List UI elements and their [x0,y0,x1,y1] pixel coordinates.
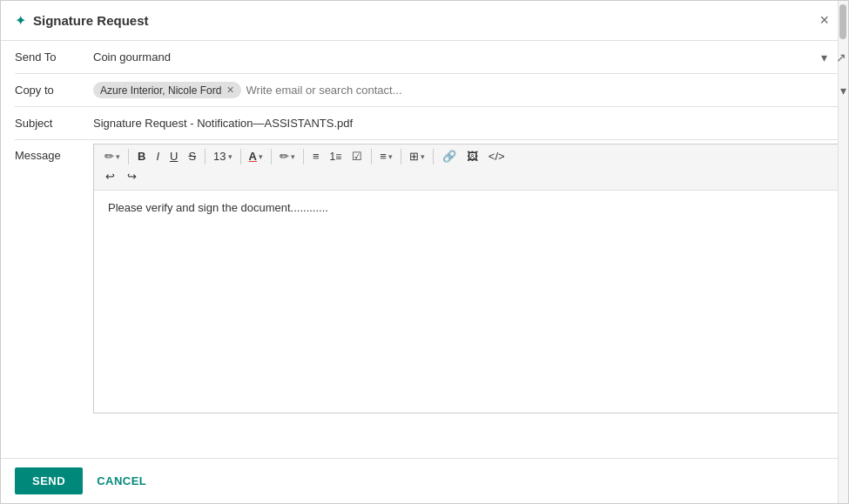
pen-icon: ✏ [104,150,114,163]
dialog-header: ✦ Signature Request × [1,1,848,41]
sep5 [303,149,304,165]
close-button[interactable]: × [814,10,834,31]
send-to-dropdown-btn[interactable]: ▾ [819,49,829,66]
message-label: Message [15,144,93,162]
font-size-dropdown[interactable]: 13 ▾ [210,148,235,165]
dialog-body: Send To ▾ ↗ Copy to Azure Interior, Nico… [1,41,848,458]
font-color-dropdown[interactable]: A ▾ [246,148,266,165]
copy-to-label: Copy to [15,84,93,97]
form-section: Send To ▾ ↗ Copy to Azure Interior, Nico… [1,41,848,413]
scrollbar-thumb[interactable] [839,4,846,39]
copy-to-dropdown-btn[interactable]: ▾ [839,82,848,99]
signature-request-dialog: ✦ Signature Request × Send To ▾ ↗ Copy t… [0,0,849,504]
subject-label: Subject [15,117,93,130]
send-to-input[interactable] [93,47,819,67]
highlight-chevron: ▾ [291,152,295,161]
scrollbar[interactable] [838,1,848,503]
sep2 [205,149,206,165]
highlight-icon: ✏ [280,150,289,163]
send-to-field: ▾ ↗ [93,47,848,67]
send-button[interactable]: SEND [15,467,83,494]
sep1 [128,149,129,165]
cc-tag-label: Azure Interior, Nicole Ford [100,84,221,97]
dialog-title: Signature Request [33,13,149,28]
code-btn[interactable]: </> [484,148,509,165]
align-dropdown[interactable]: ≡ ▾ [376,148,396,165]
message-editor: ✏ ▾ B I U S 13 ▾ [93,144,848,413]
underline-btn[interactable]: U [165,148,182,165]
message-row: Message ✏ ▾ B I U [15,140,848,413]
sep8 [433,149,434,165]
sep3 [240,149,241,165]
message-toolbar: ✏ ▾ B I U S 13 ▾ [94,144,847,191]
pen-chevron: ▾ [116,152,120,161]
align-chevron: ▾ [388,152,393,161]
font-size-chevron: ▾ [228,152,232,161]
sep7 [401,149,401,165]
pen-dropdown[interactable]: ✏ ▾ [101,148,124,165]
table-chevron: ▾ [421,152,425,161]
copy-to-row: Copy to Azure Interior, Nicole Ford × ▾ [15,74,848,107]
send-to-row: Send To ▾ ↗ [15,41,848,74]
send-to-external-link-btn[interactable]: ↗ [834,49,848,66]
cc-tag-azure: Azure Interior, Nicole Ford × [93,82,241,98]
bold-btn[interactable]: B [133,148,150,165]
image-btn[interactable]: 🖼 [462,148,482,165]
undo-btn[interactable]: ↩ [101,168,119,185]
strikethrough-btn[interactable]: S [184,148,200,165]
toolbar-row-2: ↩ ↪ [101,166,141,186]
ordered-list-btn[interactable]: 1≡ [326,149,347,165]
unordered-list-btn[interactable]: ≡ [308,148,324,165]
align-icon: ≡ [380,150,387,163]
table-dropdown[interactable]: ⊞ ▾ [406,148,428,165]
subject-field [93,113,848,133]
cancel-button[interactable]: CANCEL [93,467,150,494]
font-color-icon: A [249,150,257,163]
table-icon: ⊞ [409,150,419,163]
cc-search-input[interactable] [246,84,839,97]
toolbar-row-1: ✏ ▾ B I U S 13 ▾ [101,148,840,165]
remove-cc-tag-btn[interactable]: × [225,84,233,97]
checklist-btn[interactable]: ☑ [347,148,367,165]
sep6 [371,149,372,165]
copy-to-actions: ▾ [839,82,848,99]
send-to-actions: ▾ ↗ [819,49,848,66]
dialog-footer: SEND CANCEL [1,458,848,503]
redo-btn[interactable]: ↪ [123,168,141,185]
sep4 [271,149,272,165]
font-color-chevron: ▾ [259,152,263,161]
send-to-label: Send To [15,50,93,64]
subject-row: Subject [15,107,848,140]
link-btn[interactable]: 🔗 [438,148,461,165]
signature-icon: ✦ [15,12,26,29]
message-content-area[interactable]: Please verify and sign the document.....… [94,191,847,413]
copy-to-field: Azure Interior, Nicole Ford × ▾ [93,82,848,99]
font-size-value: 13 [213,150,226,163]
highlight-dropdown[interactable]: ✏ ▾ [276,148,299,165]
title-row: ✦ Signature Request [15,12,149,29]
italic-btn[interactable]: I [152,148,164,165]
message-text: Please verify and sign the document.....… [108,201,328,214]
subject-input[interactable] [93,113,848,133]
